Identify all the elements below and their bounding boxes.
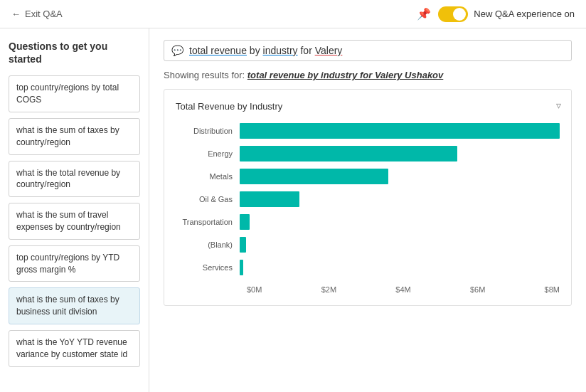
bar-fill <box>240 146 457 161</box>
query-part-3: industry <box>263 45 298 56</box>
bar-fill <box>240 260 243 275</box>
bar-row: Transportation <box>176 214 560 230</box>
sidebar-item-item-5[interactable]: top country/regions by YTD gross margin … <box>9 245 140 282</box>
toggle-label: New Q&A experience on <box>474 9 575 19</box>
search-query: total revenue by industry for Valery <box>189 45 342 56</box>
query-part-5: Valery <box>315 45 343 56</box>
sidebar-item-item-1[interactable]: top country/regions by total COGS <box>9 75 140 112</box>
main-layout: Questions to get you started top country… <box>0 28 586 392</box>
search-bar[interactable]: 💬 total revenue by industry for Valery <box>164 40 572 61</box>
bar-fill <box>240 191 299 207</box>
bar-row: Oil & Gas <box>176 191 560 207</box>
bar-label: Metals <box>176 172 240 181</box>
x-axis-label: $0M <box>247 285 262 294</box>
x-axis-label: $4M <box>395 285 410 294</box>
chart-area: DistributionEnergyMetalsOil & GasTranspo… <box>176 123 560 282</box>
query-part-1: total revenue <box>189 45 247 56</box>
sidebar-item-item-6[interactable]: what is the sum of taxes by business uni… <box>9 287 140 324</box>
bar-track <box>240 237 560 253</box>
bar-track <box>240 214 560 230</box>
sidebar-item-item-4[interactable]: what is the sum of travel expenses by co… <box>9 203 140 240</box>
content-area: 💬 total revenue by industry for Valery S… <box>149 28 586 392</box>
exit-label: Exit Q&A <box>25 9 63 19</box>
bar-fill <box>240 123 560 139</box>
toggle-container: New Q&A experience on <box>438 6 575 22</box>
sidebar-item-item-3[interactable]: what is the total revenue by country/reg… <box>9 161 140 198</box>
x-axis-label: $2M <box>321 285 336 294</box>
bar-track <box>240 191 560 207</box>
bar-label: Energy <box>176 149 240 158</box>
results-link[interactable]: total revenue by industry for Valery Ush… <box>247 70 444 80</box>
chart-title: Total Revenue by Industry <box>176 101 560 112</box>
header-right: 📌 New Q&A experience on <box>417 6 575 22</box>
bar-label: (Blank) <box>176 240 240 249</box>
bar-label: Transportation <box>176 218 240 226</box>
filter-icon[interactable]: ▿ <box>556 100 561 111</box>
pin-icon[interactable]: 📌 <box>417 7 431 21</box>
header: ← Exit Q&A 📌 New Q&A experience on <box>0 0 586 28</box>
bar-fill <box>240 169 388 184</box>
bar-row: Distribution <box>176 123 560 139</box>
x-axis-label: $6M <box>470 285 485 294</box>
toggle-knob <box>453 8 466 21</box>
exit-qa-button[interactable]: ← Exit Q&A <box>11 9 63 19</box>
bar-track <box>240 146 560 161</box>
back-arrow-icon: ← <box>11 9 21 19</box>
bar-fill <box>240 214 250 230</box>
sidebar-item-item-7[interactable]: what is the YoY YTD revenue variance by … <box>9 330 140 367</box>
sidebar-title: Questions to get you started <box>9 40 140 65</box>
chart-container: Total Revenue by Industry ▿ Distribution… <box>164 89 572 306</box>
sidebar-item-item-2[interactable]: what is the sum of taxes by country/regi… <box>9 118 140 155</box>
bar-label: Distribution <box>176 127 240 135</box>
bar-track <box>240 169 560 184</box>
bar-row: Energy <box>176 146 560 161</box>
bar-row: (Blank) <box>176 237 560 253</box>
chat-icon: 💬 <box>171 45 183 56</box>
results-label: Showing results for: total revenue by in… <box>164 70 572 80</box>
x-axis: $0M$2M$4M$6M$8M <box>247 285 560 294</box>
bar-track <box>240 260 560 275</box>
sidebar: Questions to get you started top country… <box>0 28 149 392</box>
bar-label: Oil & Gas <box>176 195 240 203</box>
bar-row: Metals <box>176 169 560 184</box>
query-part-4: for <box>298 45 315 56</box>
bar-fill <box>240 237 246 253</box>
x-axis-label: $8M <box>545 285 560 294</box>
sidebar-items: top country/regions by total COGSwhat is… <box>9 75 140 366</box>
query-part-2: by <box>247 45 263 56</box>
bar-row: Services <box>176 260 560 275</box>
bar-label: Services <box>176 263 240 272</box>
new-experience-toggle[interactable] <box>438 6 468 22</box>
bar-track <box>240 123 560 139</box>
results-prefix: Showing results for: <box>164 70 247 80</box>
